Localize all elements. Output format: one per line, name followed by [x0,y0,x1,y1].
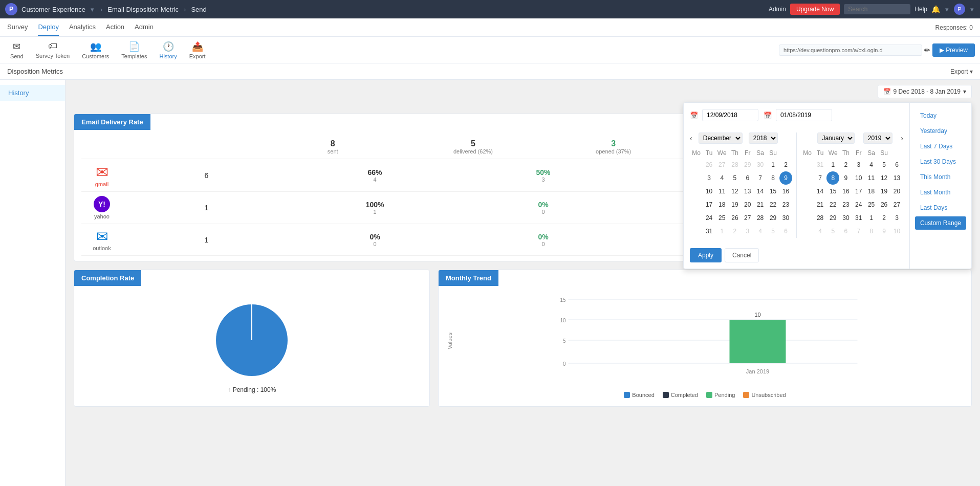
app-name[interactable]: Customer Experience [21,6,85,13]
tool-customers[interactable]: 👥 Customers [77,39,114,61]
jan-day-1[interactable]: 1 [865,211,878,225]
nav-analytics[interactable]: Analytics [69,19,96,36]
dec-day-31[interactable]: 31 [703,225,715,238]
dec-day-12[interactable]: 12 [728,185,741,198]
dec-year-select[interactable]: 2018 [749,132,778,144]
dec-day-22[interactable]: 22 [767,198,779,211]
jan-day-29[interactable]: 29 [826,211,839,225]
dec-day-11[interactable]: 11 [715,185,728,198]
jan-day-7[interactable]: 7 [814,171,826,185]
dec-day-14[interactable]: 14 [754,185,767,198]
dec-day-6[interactable]: 6 [779,225,792,238]
cancel-button[interactable]: Cancel [725,248,759,262]
jan-day-6[interactable]: 6 [890,158,903,171]
jan-day-21[interactable]: 21 [814,198,826,211]
jan-day-8[interactable]: 8 [826,171,839,185]
jan-day-2[interactable]: 2 [878,211,890,225]
sidebar-item-history[interactable]: History [0,85,65,101]
jan-year-select[interactable]: 2019 [863,132,892,144]
jan-day-31[interactable]: 31 [814,158,826,171]
dec-day-1[interactable]: 1 [715,225,728,238]
end-date-input[interactable] [776,109,832,121]
tool-history[interactable]: 🕐 History [154,39,182,61]
jan-day-23[interactable]: 23 [839,198,852,211]
tool-export[interactable]: 📤 Export [184,39,211,61]
dec-day-18[interactable]: 18 [715,198,728,211]
quick-option-last-month[interactable]: Last Month [915,186,966,199]
jan-day-30[interactable]: 30 [839,211,852,225]
jan-day-16[interactable]: 16 [839,185,852,198]
dec-day-19[interactable]: 19 [728,198,741,211]
export-dropdown-button[interactable]: Export ▾ [950,68,973,75]
dec-day-27[interactable]: 27 [715,158,728,171]
quick-option-custom-range[interactable]: Custom Range [915,216,966,230]
dec-day-2[interactable]: 2 [728,225,741,238]
app-dropdown-arrow[interactable]: ▾ [91,6,94,13]
quick-option-last7[interactable]: Last 7 Days [915,140,966,153]
quick-option-last-days[interactable]: Last Days [915,201,966,214]
jan-month-select[interactable]: January [817,132,855,144]
dec-day-17[interactable]: 17 [703,198,715,211]
jan-day-3[interactable]: 3 [852,158,865,171]
dec-month-select[interactable]: December [699,132,743,144]
jan-day-25[interactable]: 25 [865,198,878,211]
jan-day-15[interactable]: 15 [826,185,839,198]
dec-day-15[interactable]: 15 [767,185,779,198]
dec-day-28[interactable]: 28 [754,211,767,225]
jan-day-2[interactable]: 2 [839,158,852,171]
tool-survey-token[interactable]: 🏷 Survey Token [31,39,75,61]
tool-templates[interactable]: 📄 Templates [116,39,152,61]
jan-day-10[interactable]: 10 [852,171,865,185]
dec-day-21[interactable]: 21 [754,198,767,211]
dec-day-8[interactable]: 8 [767,171,779,185]
dec-day-30[interactable]: 30 [779,211,792,225]
metric-name[interactable]: Email Disposition Metric [107,6,179,13]
dec-day-27[interactable]: 27 [741,211,754,225]
nav-admin[interactable]: Admin [135,19,154,36]
jan-day-6[interactable]: 6 [839,225,852,238]
dec-day-13[interactable]: 13 [741,185,754,198]
quick-option-yesterday[interactable]: Yesterday [915,124,966,138]
jan-day-31[interactable]: 31 [852,211,865,225]
jan-day-4[interactable]: 4 [814,225,826,238]
jan-day-14[interactable]: 14 [814,185,826,198]
dec-day-7[interactable]: 7 [754,171,767,185]
jan-day-3[interactable]: 3 [890,211,903,225]
jan-day-20[interactable]: 20 [890,185,903,198]
jan-day-1[interactable]: 1 [826,158,839,171]
dec-day-5[interactable]: 5 [767,225,779,238]
jan-day-10[interactable]: 10 [890,225,903,238]
jan-day-24[interactable]: 24 [852,198,865,211]
dec-day-23[interactable]: 23 [779,198,792,211]
dec-day-26[interactable]: 26 [728,211,741,225]
quick-option-this-month[interactable]: This Month [915,170,966,184]
nav-deploy[interactable]: Deploy [38,19,58,36]
preview-button[interactable]: ▶ Preview [932,43,975,57]
jan-day-13[interactable]: 13 [890,171,903,185]
jan-day-27[interactable]: 27 [890,198,903,211]
dec-day-9[interactable]: 9 [779,171,792,185]
dec-day-5[interactable]: 5 [728,171,741,185]
dec-day-29[interactable]: 29 [741,158,754,171]
jan-day-8[interactable]: 8 [865,225,878,238]
dec-day-3[interactable]: 3 [741,225,754,238]
quick-option-last30[interactable]: Last 30 Days [915,155,966,168]
search-input[interactable] [844,4,910,14]
nav-survey[interactable]: Survey [7,19,28,36]
edit-url-icon[interactable]: ✏ [924,46,930,54]
jan-day-12[interactable]: 12 [878,171,890,185]
quick-option-today[interactable]: Today [915,109,966,122]
tool-send[interactable]: ✉ Send [5,39,29,61]
jan-day-17[interactable]: 17 [852,185,865,198]
dec-day-2[interactable]: 2 [779,158,792,171]
dec-day-10[interactable]: 10 [703,185,715,198]
dec-day-3[interactable]: 3 [703,171,715,185]
dec-prev-arrow[interactable]: ‹ [690,134,692,142]
url-bar[interactable] [779,45,922,56]
app-logo[interactable]: P [5,3,17,15]
date-range-button[interactable]: 📅 9 Dec 2018 - 8 Jan 2019 ▾ [878,85,972,98]
start-date-input[interactable] [702,109,758,121]
dec-day-16[interactable]: 16 [779,185,792,198]
dec-day-28[interactable]: 28 [728,158,741,171]
nav-action[interactable]: Action [106,19,124,36]
